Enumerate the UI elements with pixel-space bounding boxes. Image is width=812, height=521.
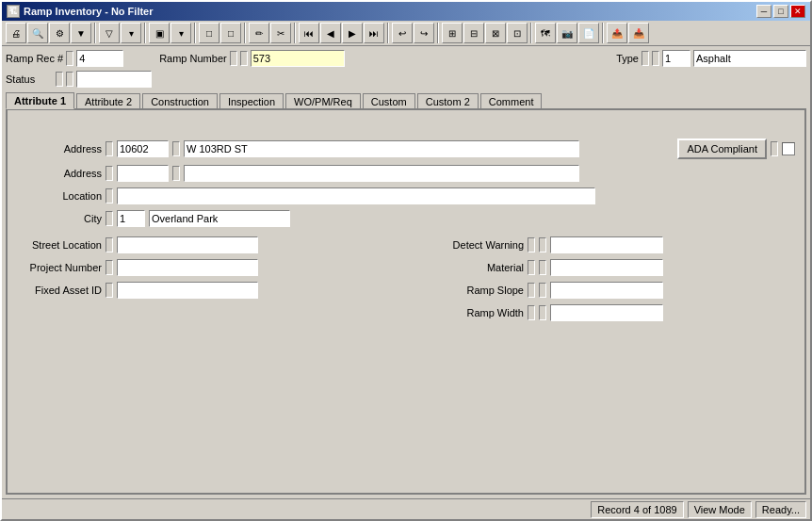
ready-panel: Ready... [755,501,806,518]
material-indicator1 [528,260,535,275]
map-button[interactable]: 🗺 [535,23,556,43]
city-indicator [106,211,113,226]
ramp-number-indicator [230,51,237,66]
tab-custom[interactable]: Custom [363,93,415,109]
minimize-button[interactable]: ─ [756,5,771,18]
tabs-container: Attribute 1 Attribute 2 Construction Ins… [6,91,806,108]
city-val-input[interactable] [149,210,290,227]
tab-wo[interactable]: WO/PM/Req [285,93,361,109]
tool2-button[interactable]: □ [220,23,241,43]
address2-label: Address [17,168,102,179]
export-button[interactable]: 📤 [607,23,627,43]
location-label: Location [17,190,102,202]
detect-warning-indicator2 [539,237,546,252]
tab-attribute1[interactable]: Attribute 1 [6,92,74,109]
view-mode-panel: View Mode [688,501,752,518]
material-indicator2 [539,260,546,275]
tab-inspection[interactable]: Inspection [219,93,284,109]
app-icon: 🏗 [7,5,20,18]
first-button[interactable]: ⏮ [299,23,319,43]
address2-indicator [106,166,113,181]
tool3-button[interactable]: ⊞ [442,23,463,43]
edit-button[interactable]: ✏ [249,23,269,43]
project-number-row: Project Number [17,259,373,276]
settings-button[interactable]: ⚙ [49,23,70,43]
ada-compliant-button[interactable]: ADA Compliant [677,138,767,159]
street-location-label: Street Location [17,239,102,251]
separator-3 [194,23,196,43]
address1-indicator [106,141,113,156]
window-title: Ramp Inventory - No Filter [24,6,154,17]
ramp-number-indicator2 [240,51,248,66]
title-bar: 🏗 Ramp Inventory - No Filter ─ □ ✕ [2,2,810,21]
two-col-section: Street Location Project Number F [17,236,795,321]
view-mode-label: View Mode [694,504,745,515]
maximize-button[interactable]: □ [773,5,788,18]
tab-custom2[interactable]: Custom 2 [417,93,479,109]
tool1-button[interactable]: □ [199,23,219,43]
tab-comment[interactable]: Comment [480,93,543,109]
city-code-input[interactable] [117,210,145,227]
print-button[interactable]: 🖨 [6,23,26,43]
last-button[interactable]: ⏭ [364,23,384,43]
status-indicator2 [66,72,73,87]
next-button[interactable]: ▶ [342,23,363,43]
undo-button[interactable]: ↩ [392,23,413,43]
left-col: Street Location Project Number F [17,236,373,321]
detect-warning-indicator1 [528,237,535,252]
dropdown-button[interactable]: ▼ [71,23,91,43]
tab-attribute2[interactable]: Attribute 2 [76,93,140,109]
detect-warning-row: Detect Warning [439,236,795,253]
tool5-button[interactable]: ⊠ [485,23,506,43]
tool6-button[interactable]: ⊡ [507,23,528,43]
redo-button[interactable]: ↪ [414,23,434,43]
street-location-row: Street Location [17,236,373,253]
location-input[interactable] [117,187,595,204]
ramp-width-indicator2 [539,305,546,320]
ada-indicator [771,141,778,156]
ramp-number-input[interactable] [251,50,345,67]
type-indicator1 [641,51,649,66]
filter-dropdown[interactable]: ▾ [121,23,141,43]
fixed-asset-input[interactable] [117,282,258,299]
filter-button[interactable]: ▽ [99,23,120,43]
separator-7 [437,23,439,43]
toolbar: 🖨 🔍 ⚙ ▼ ▽ ▾ ▣ ▾ □ □ ✏ ✂ ⏮ ◀ ▶ ⏭ ↩ ↪ ⊞ ⊟ … [2,21,810,46]
project-number-input[interactable] [117,259,258,276]
tool4-button[interactable]: ⊟ [463,23,484,43]
address1-street-input[interactable] [184,140,579,157]
project-number-label: Project Number [17,262,102,273]
view-button[interactable]: ▣ [149,23,170,43]
type-value-input[interactable] [693,50,806,67]
type-label: Type [616,53,639,64]
report-button[interactable]: 📄 [578,23,599,43]
view-dropdown[interactable]: ▾ [171,23,191,43]
tab-construction[interactable]: Construction [142,93,218,109]
status-input[interactable] [76,71,152,88]
detect-warning-input[interactable] [550,236,663,253]
city-row: City [17,210,795,227]
status-row: Status [6,71,806,88]
cut-button[interactable]: ✂ [270,23,291,43]
import-button[interactable]: 📥 [628,23,649,43]
address2-num-input[interactable] [117,165,169,182]
address2-street-input[interactable] [184,165,579,182]
record-count-text: Record 4 of 1089 [597,504,676,515]
prev-button[interactable]: ◀ [320,23,341,43]
ramp-rec-input[interactable] [76,50,123,67]
location-indicator [106,188,113,204]
ada-checkbox[interactable] [782,142,795,155]
address1-num-input[interactable] [117,140,169,157]
ramp-slope-input[interactable] [550,282,663,299]
ramp-width-input[interactable] [550,304,663,321]
street-location-input[interactable] [117,236,258,253]
content-area: Ramp Rec # Ramp Number Type Status [2,46,810,498]
close-button[interactable]: ✕ [790,5,805,18]
type-code-input[interactable] [662,50,690,67]
material-input[interactable] [550,259,663,276]
address1-row: Address ADA Compliant [17,138,795,159]
search-button[interactable]: 🔍 [27,23,48,43]
photo-button[interactable]: 📷 [557,23,577,43]
ramp-slope-label: Ramp Slope [439,285,524,296]
status-indicator1 [56,72,63,87]
